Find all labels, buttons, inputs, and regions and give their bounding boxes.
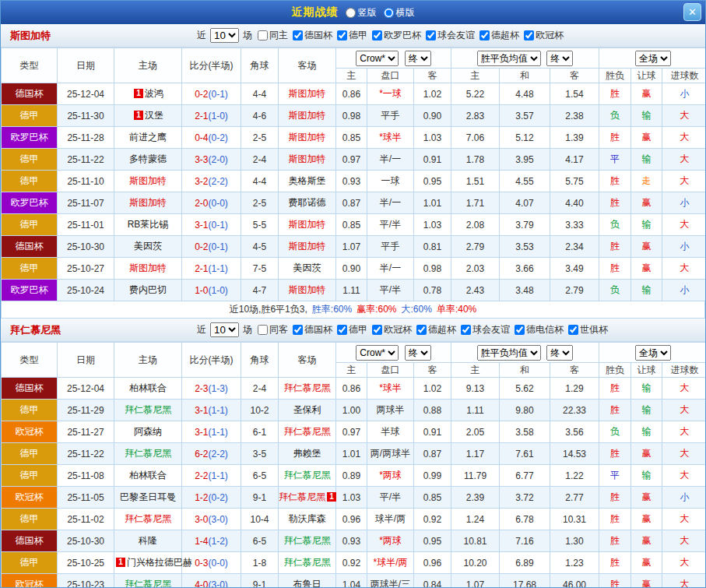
red-card-badge: 1 <box>134 111 143 120</box>
score-text: 1-4(1-2) <box>195 536 228 547</box>
filter-checkbox[interactable] <box>337 30 347 40</box>
result-handicap: 输 <box>631 421 662 443</box>
team-name: 1门兴格拉德巴赫 <box>114 557 192 568</box>
filter-世俱杯[interactable]: 世俱杯 <box>564 323 608 336</box>
filter-球会友谊[interactable]: 球会友谊 <box>422 29 475 42</box>
league-badge: 欧罗巴杯 <box>2 127 58 149</box>
team-name-text: 前进之鹰 <box>129 132 167 143</box>
col-away: 客场 <box>279 48 336 83</box>
filter-同客[interactable]: 同客 <box>254 323 288 336</box>
result-wdl: 胜 <box>599 574 631 588</box>
layout-radio-vertical[interactable]: 竖版 <box>346 6 377 19</box>
score: 2-1(1-0) <box>182 105 241 127</box>
match-count-select[interactable]: 10 <box>210 322 239 337</box>
bookmaker-select[interactable]: Crow* <box>356 345 399 361</box>
filter-checkbox[interactable] <box>461 325 471 335</box>
handicap-line: 一球 <box>367 171 414 192</box>
bookmaker-select[interactable]: Crow* <box>356 51 399 66</box>
filter-checkbox[interactable] <box>293 325 303 335</box>
score-text: 0-2(0-1) <box>195 89 228 100</box>
filter-球会友谊[interactable]: 球会友谊 <box>457 323 510 336</box>
team-name: 布鲁日 <box>293 579 321 588</box>
filter-checkbox[interactable] <box>293 30 303 40</box>
col-odds-line: 盘口 <box>367 69 414 83</box>
filter-同主[interactable]: 同主 <box>254 29 288 42</box>
filter-checkbox[interactable] <box>258 325 268 335</box>
home-team: 斯图加特 <box>114 192 182 214</box>
filter-checkbox[interactable] <box>568 325 578 335</box>
score: 1-0(1-0) <box>182 280 241 301</box>
filter-德国杯[interactable]: 德国杯 <box>289 323 332 336</box>
matches-tbody: 德国杯25-12-041波鸿0-2(0-1)4-4斯图加特0.86*一球1.02… <box>2 83 706 301</box>
match-count-select[interactable]: 10 <box>210 28 239 43</box>
match-row: 德国杯25-12-04柏林联合2-3(1-3)2-4拜仁慕尼黑0.86*球半1.… <box>2 378 706 400</box>
col-result-wdl: 胜负 <box>599 363 631 378</box>
handicap-final-select[interactable]: 终 <box>405 51 431 66</box>
filter-欧冠杯[interactable]: 欧冠杯 <box>520 29 564 42</box>
away-team: 弗赖堡 <box>279 443 336 465</box>
result-header: 全场 <box>599 343 706 363</box>
filter-欧罗巴杯[interactable]: 欧罗巴杯 <box>368 29 421 42</box>
team-name-text: 拜仁慕尼黑 <box>125 404 171 415</box>
match-date: 25-11-22 <box>58 149 114 171</box>
match-row: 德国杯25-10-30科隆1-4(1-2)6-5拜仁慕尼黑0.93*两球0.95… <box>2 530 706 552</box>
avg-select[interactable]: 胜平负均值 <box>477 51 541 66</box>
filter-checkbox[interactable] <box>416 325 427 335</box>
filter-德甲[interactable]: 德甲 <box>333 29 367 42</box>
handicap-final-select[interactable]: 终 <box>405 345 431 361</box>
avg-final-select[interactable]: 终 <box>546 345 573 361</box>
col-score: 比分(半场) <box>182 48 241 83</box>
filter-checkbox[interactable] <box>372 325 382 335</box>
odds-home: 0.86 <box>336 378 367 400</box>
filter-checkbox[interactable] <box>337 325 347 335</box>
league-badge: 德国杯 <box>2 378 58 400</box>
filter-checkbox[interactable] <box>426 30 436 40</box>
score-text: 3-1(0-1) <box>195 220 228 231</box>
odds-away: 0.78 <box>414 280 451 301</box>
close-button[interactable]: ✕ <box>683 3 701 21</box>
team-name-text: 拜仁慕尼黑 <box>284 382 331 393</box>
scope-select[interactable]: 全场 <box>635 345 671 361</box>
filter-prefix: 近 <box>197 323 206 336</box>
filter-德超杯[interactable]: 德超杯 <box>413 323 456 336</box>
horizontal-radio[interactable] <box>384 8 394 18</box>
team-name: 拜仁慕尼黑 <box>284 557 331 568</box>
handicap-line: 球半/两 <box>367 509 414 530</box>
filter-checkbox[interactable] <box>372 30 382 40</box>
avg-final-select[interactable]: 终 <box>546 51 573 66</box>
avg-draw: 6.89 <box>500 552 550 574</box>
layout-radio-horizontal[interactable]: 横版 <box>384 6 415 19</box>
corners: 7-5 <box>241 258 279 280</box>
home-team: 拜仁慕尼黑 <box>114 443 182 465</box>
filter-德电信杯[interactable]: 德电信杯 <box>511 323 564 336</box>
team-name: 斯图加特 <box>289 132 326 143</box>
home-team: 科隆 <box>114 530 182 552</box>
section-header-bayern: 拜仁慕尼黑 近 10 场 同客德国杯德甲欧冠杯德超杯球会友谊德电信杯世俱杯 <box>1 319 705 342</box>
filter-checkbox[interactable] <box>524 30 534 40</box>
filter-checkbox[interactable] <box>258 30 268 40</box>
red-card-badge: 1 <box>134 89 143 98</box>
result-header: 全场 <box>599 48 706 69</box>
filter-checkbox[interactable] <box>479 30 490 40</box>
vertical-radio[interactable] <box>346 8 356 18</box>
filter-checkbox[interactable] <box>515 325 525 335</box>
handicap-line: 半/一 <box>367 192 414 214</box>
odds-home: 0.90 <box>336 258 367 280</box>
score: 0-4(0-2) <box>182 127 241 149</box>
corners: 10-4 <box>241 509 279 530</box>
home-team: 阿森纳 <box>114 421 182 443</box>
filter-欧冠杯[interactable]: 欧冠杯 <box>368 323 412 336</box>
filter-德超杯[interactable]: 德超杯 <box>476 29 519 42</box>
avg-select[interactable]: 胜平负均值 <box>477 345 541 361</box>
summary-segment: 单率:40% <box>437 304 476 315</box>
corners: 4-6 <box>241 105 279 127</box>
col-odds-away: 客 <box>414 363 451 378</box>
result-handicap: 赢 <box>631 574 662 588</box>
result-handicap: 输 <box>631 214 662 236</box>
match-date: 25-11-02 <box>58 509 114 530</box>
scope-select[interactable]: 全场 <box>635 51 671 66</box>
filter-德国杯[interactable]: 德国杯 <box>289 29 332 42</box>
team-name-text: 门兴格拉德巴赫 <box>127 557 192 568</box>
score: 3-3(2-0) <box>182 149 241 171</box>
filter-德甲[interactable]: 德甲 <box>333 323 367 336</box>
